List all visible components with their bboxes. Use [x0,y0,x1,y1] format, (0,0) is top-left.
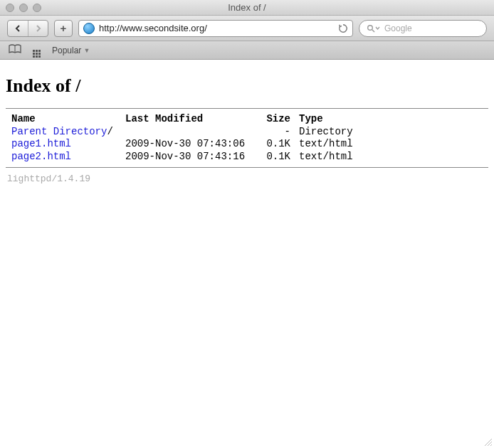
plus-icon: + [61,22,67,34]
forward-icon [35,25,42,32]
back-icon [14,25,21,32]
browser-toolbar: + Google [0,16,494,41]
svg-line-5 [490,444,492,446]
nav-button-group [7,20,48,37]
bookmarks-folder-label: Popular [52,46,81,55]
url-input[interactable] [99,23,334,33]
address-bar[interactable] [78,20,353,37]
page-heading: Index of / [6,75,488,97]
page-content: Index of / NameLast ModifiedSizeTypePare… [0,60,494,448]
reload-icon[interactable] [338,23,348,33]
add-bookmark-button[interactable]: + [54,20,73,37]
open-book-icon[interactable] [9,44,21,56]
svg-line-1 [372,30,374,32]
site-favicon-icon [83,23,95,34]
search-bar[interactable]: Google [359,20,487,37]
window-resize-handle[interactable] [483,437,493,447]
chevron-down-icon [375,26,380,31]
listing-row: page1.html2009-Nov-30 07:43:060.1Ktext/h… [11,138,488,151]
file-link[interactable]: Parent Directory [11,126,107,137]
listing-header-row: NameLast ModifiedSizeType [11,113,488,126]
server-signature: lighttpd/1.4.19 [6,168,488,184]
window-title: Index of / [0,2,494,13]
search-placeholder: Google [384,23,412,33]
chevron-down-icon: ▼ [83,47,90,54]
file-link[interactable]: page1.html [11,138,71,149]
search-icon [367,24,380,33]
file-link[interactable]: page2.html [11,151,71,162]
forward-button[interactable] [28,21,48,36]
listing-row: Parent Directory/-Directory [11,126,488,139]
directory-listing: NameLast ModifiedSizeTypeParent Director… [6,108,488,168]
bookmarks-bar: Popular ▼ [0,41,494,60]
top-sites-icon[interactable] [33,43,41,58]
svg-point-0 [368,25,373,30]
window-titlebar: Index of / [0,0,494,16]
listing-row: page2.html2009-Nov-30 07:43:160.1Ktext/h… [11,151,488,164]
back-button[interactable] [8,21,28,36]
bookmarks-folder-popular[interactable]: Popular ▼ [52,46,90,55]
